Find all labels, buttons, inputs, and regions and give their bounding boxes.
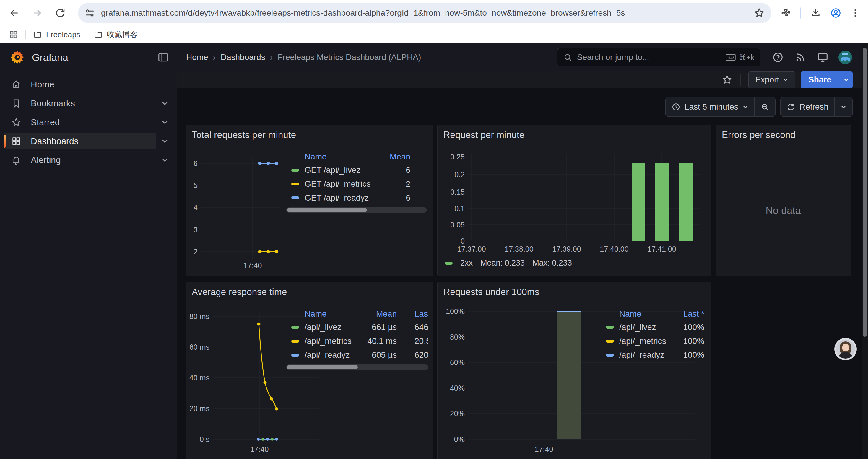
x-tick: 17:40 bbox=[526, 445, 562, 454]
y-tick: 3 bbox=[186, 226, 198, 234]
sidebar-expand-dashboards[interactable] bbox=[156, 133, 174, 150]
y-tick: 40% bbox=[438, 384, 465, 393]
y-tick: 0.15 bbox=[440, 188, 465, 196]
legend-scrollbar[interactable] bbox=[286, 364, 428, 370]
page-scrollbar-thumb[interactable] bbox=[863, 48, 867, 337]
bookmark-star-icon[interactable] bbox=[754, 7, 765, 19]
legend-row[interactable]: /api/_livez 100% bbox=[601, 321, 709, 334]
legend-row[interactable]: /api/_livez 661 µs 646 bbox=[286, 321, 428, 334]
sidebar-item-label: Bookmarks bbox=[31, 98, 75, 108]
x-tick: 17:40:00 bbox=[592, 245, 637, 254]
y-tick: 60 ms bbox=[186, 343, 210, 352]
legend-row[interactable]: /api/_metrics 100% bbox=[601, 334, 709, 348]
sidebar-expand-starred[interactable] bbox=[156, 114, 174, 131]
sidebar-toggle-icon[interactable] bbox=[157, 52, 169, 63]
sidebar-item-label: Alerting bbox=[31, 155, 61, 165]
time-controls: Last 5 minutes bbox=[186, 97, 868, 117]
extensions-icon[interactable] bbox=[780, 7, 792, 19]
apps-grid-icon[interactable] bbox=[9, 30, 18, 39]
browser-back-button[interactable] bbox=[8, 6, 21, 20]
chevron-down-icon bbox=[161, 100, 168, 107]
sidebar: Home Bookmarks bbox=[0, 71, 177, 459]
refresh-button[interactable]: Refresh bbox=[780, 97, 834, 117]
y-tick: 0% bbox=[438, 435, 465, 444]
panel-avg-response-time[interactable]: Average response time bbox=[186, 282, 433, 459]
legend-row[interactable]: GET /api/_metrics 2 bbox=[286, 177, 427, 191]
series-swatch-yellow bbox=[291, 183, 299, 186]
legend-header: Name Mean Las bbox=[286, 307, 428, 321]
series-last: 20.5 r bbox=[397, 336, 428, 346]
url-bar[interactable]: grafana.mathmast.com/d/deytv4rwavabkb/fr… bbox=[78, 3, 771, 23]
breadcrumb-home[interactable]: Home bbox=[186, 53, 208, 62]
favorite-dashboard-star-icon[interactable] bbox=[722, 74, 733, 85]
downloads-icon[interactable] bbox=[810, 7, 821, 19]
bookmark-folder-freeleaps[interactable]: Freeleaps bbox=[33, 30, 80, 39]
profile-avatar-icon[interactable] bbox=[830, 7, 841, 19]
col-name[interactable]: Name bbox=[286, 309, 359, 319]
sidebar-item-dashboards[interactable]: Dashboards bbox=[0, 132, 177, 151]
series-metrics-line bbox=[258, 250, 278, 254]
help-icon[interactable] bbox=[772, 52, 783, 63]
zoom-out-time-button[interactable] bbox=[754, 97, 775, 117]
legend-scrollbar[interactable] bbox=[286, 207, 427, 213]
browser-menu-kebab-icon[interactable] bbox=[850, 8, 860, 18]
url-text[interactable]: grafana.mathmast.com/d/deytv4rwavabkb/fr… bbox=[101, 8, 749, 18]
y-tick: 60% bbox=[438, 358, 465, 367]
toolbar-divider bbox=[800, 7, 801, 19]
share-button[interactable]: Share bbox=[801, 71, 852, 88]
grafana-logo[interactable] bbox=[10, 50, 24, 64]
sidebar-expand-alerting[interactable] bbox=[156, 152, 174, 168]
sidebar-item-alerting[interactable]: Alerting bbox=[0, 151, 177, 169]
series-name[interactable]: 2xx bbox=[460, 258, 473, 268]
breadcrumb-dashboards[interactable]: Dashboards bbox=[221, 53, 265, 62]
news-rss-icon[interactable] bbox=[795, 52, 806, 63]
export-button[interactable]: Export bbox=[748, 71, 795, 88]
back-arrow-icon bbox=[8, 7, 20, 19]
folder-icon bbox=[33, 30, 42, 39]
col-last[interactable]: Las bbox=[397, 309, 428, 319]
sidebar-item-starred[interactable]: Starred bbox=[0, 113, 177, 132]
browser-forward-button[interactable] bbox=[31, 6, 44, 20]
legend-row[interactable]: /api/_readyz 100% bbox=[601, 348, 709, 362]
legend-row[interactable]: GET /api/_readyz 6 bbox=[286, 191, 427, 205]
col-name[interactable]: Name bbox=[601, 309, 672, 319]
panel-total-requests[interactable]: Total requests per minute bbox=[186, 125, 433, 276]
legend-row[interactable]: /api/_readyz 605 µs 620 bbox=[286, 348, 428, 362]
sidebar-expand-bookmarks[interactable] bbox=[156, 95, 174, 112]
y-tick: 0.05 bbox=[440, 221, 465, 229]
col-mean[interactable]: Mean bbox=[359, 309, 397, 319]
legend-row[interactable]: /api/_metrics 40.1 ms 20.5 r bbox=[286, 334, 428, 348]
series-name: /api/_readyz bbox=[619, 350, 672, 360]
avatar-pixel-art bbox=[840, 57, 850, 61]
sidebar-item-bookmarks[interactable]: Bookmarks bbox=[0, 94, 177, 113]
panel-request-per-minute[interactable]: Request per minute bbox=[437, 125, 711, 276]
legend-row[interactable]: GET /api/_livez 6 bbox=[286, 163, 427, 177]
scrollbar-thumb[interactable] bbox=[287, 365, 358, 369]
assistant-floating-avatar[interactable] bbox=[834, 338, 857, 360]
site-settings-icon[interactable] bbox=[85, 8, 95, 18]
share-menu-toggle[interactable] bbox=[839, 71, 852, 88]
sidebar-item-home[interactable]: Home bbox=[0, 75, 177, 94]
sidebar-item-label: Dashboards bbox=[31, 136, 79, 146]
browser-reload-button[interactable] bbox=[54, 6, 67, 20]
time-range-picker[interactable]: Last 5 minutes bbox=[665, 97, 754, 117]
panel-requests-under-100ms[interactable]: Requests under 100ms bbox=[437, 282, 711, 459]
refresh-interval-toggle[interactable] bbox=[834, 97, 852, 117]
user-avatar[interactable] bbox=[838, 51, 852, 64]
scrollbar-thumb[interactable] bbox=[287, 208, 367, 212]
bookmark-folder-blogs[interactable]: 收藏博客 bbox=[94, 30, 138, 40]
refresh-icon bbox=[786, 102, 795, 111]
col-mean[interactable]: Mean bbox=[372, 152, 410, 162]
share-main[interactable]: Share bbox=[801, 71, 839, 88]
search-input[interactable]: Search or jump to... ⌘+k bbox=[557, 48, 761, 66]
panel-title: Errors per second bbox=[722, 130, 796, 140]
series-swatch-green bbox=[291, 169, 299, 172]
chevron-down-icon bbox=[161, 138, 168, 145]
series-swatch-yellow bbox=[291, 340, 299, 342]
kiosk-monitor-icon[interactable] bbox=[817, 52, 829, 63]
y-tick: 0.25 bbox=[440, 153, 465, 161]
col-name[interactable]: Name bbox=[286, 152, 372, 162]
reload-icon bbox=[55, 7, 66, 19]
col-last[interactable]: Last * bbox=[672, 309, 704, 319]
panel-errors-per-second[interactable]: Errors per second No data bbox=[716, 125, 851, 276]
